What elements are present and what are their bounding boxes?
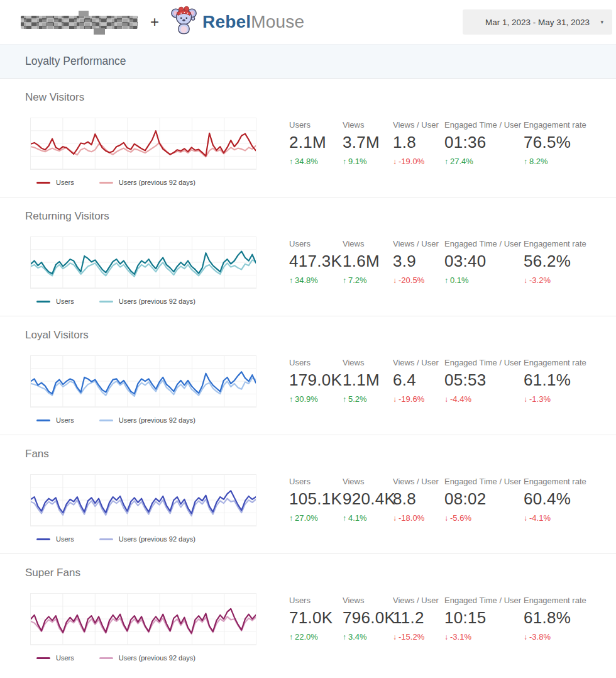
- metric-label: Users: [289, 120, 339, 130]
- users-previous-line-swatch-icon: [99, 182, 113, 184]
- metric-views: Views3.7M↑9.1%: [343, 120, 393, 166]
- legend-label: Users: [56, 654, 74, 662]
- metrics-row: Users2.1M↑34.8%Views3.7M↑9.1%Views / Use…: [289, 120, 615, 166]
- chart-legend: Users Users (previous 92 days): [36, 297, 256, 305]
- users-line-swatch-icon: [36, 301, 50, 303]
- legend-item-users: Users: [36, 179, 74, 186]
- plus-separator: +: [150, 13, 159, 31]
- legend-item-users: Users: [36, 535, 74, 543]
- metric-value: 01:36: [444, 133, 520, 152]
- metric-label: Views: [343, 477, 389, 486]
- metric-engaged-time-user: Engaged Time / User03:40↑0.1%: [444, 239, 524, 285]
- metric-label: Views: [343, 120, 389, 130]
- trend-down-icon: ↓: [524, 633, 527, 642]
- chart-column: Users Users (previous 92 days): [30, 236, 256, 305]
- metric-label: Engaged Time / User: [444, 596, 520, 605]
- users-previous-line-swatch-icon: [99, 657, 113, 659]
- metric-change: ↓-20.5%: [393, 275, 441, 285]
- metric-value: 11.2: [393, 608, 441, 628]
- trend-down-icon: ↓: [524, 514, 527, 523]
- metric-views-user: Views / User3.9↓-20.5%: [393, 239, 444, 285]
- metric-change: ↓-4.1%: [524, 513, 611, 523]
- section-fans: Fans Users Users (previous 92 days): [0, 435, 616, 554]
- chart-column: Users Users (previous 92 days): [30, 593, 256, 662]
- metrics-row: Users105.1K↑27.0%Views920.4K↑4.1%Views /…: [289, 477, 615, 523]
- chart-column: Users Users (previous 92 days): [30, 118, 256, 186]
- trend-up-icon: ↑: [343, 157, 346, 166]
- trend-down-icon: ↓: [393, 514, 397, 523]
- legend-label: Users (previous 92 days): [119, 297, 195, 305]
- metric-label: Views / User: [393, 596, 441, 605]
- legend-item-users-previous: Users (previous 92 days): [99, 416, 195, 424]
- metric-users: Users105.1K↑27.0%: [289, 477, 343, 523]
- metric-users: Users417.3K↑34.8%: [289, 239, 343, 285]
- metric-label: Engagement rate: [524, 120, 611, 130]
- rebelmouse-wordmark: RebelMouse: [202, 12, 304, 32]
- metric-value: 1.6M: [343, 252, 389, 271]
- metric-value: 6.4: [393, 370, 441, 390]
- metric-change: ↓-4.4%: [444, 394, 520, 404]
- trend-down-icon: ↓: [524, 276, 527, 285]
- users-previous-line-swatch-icon: [99, 301, 113, 303]
- metric-views-user: Views / User1.8↓-19.0%: [393, 120, 444, 166]
- metric-label: Engagement rate: [524, 477, 611, 486]
- trend-up-icon: ↑: [524, 157, 527, 166]
- metric-value: 03:40: [444, 252, 520, 271]
- metric-change: ↑34.8%: [289, 157, 339, 166]
- metric-label: Engaged Time / User: [444, 358, 520, 367]
- legend-label: Users: [56, 535, 74, 543]
- metric-value: 796.0K: [343, 608, 389, 628]
- trend-down-icon: ↓: [393, 633, 397, 642]
- metric-views-user: Views / User8.8↓-18.0%: [393, 477, 444, 523]
- trend-down-icon: ↓: [444, 633, 448, 642]
- metric-change: ↓-3.8%: [524, 632, 611, 642]
- users-previous-line-swatch-icon: [99, 420, 113, 421]
- metric-value: 61.8%: [524, 608, 611, 628]
- metric-engaged-time-user: Engaged Time / User05:53↓-4.4%: [444, 358, 524, 404]
- section-loyal-visitors: Loyal Visitors Users Users (previous 92 …: [0, 316, 616, 435]
- metric-engagement-rate: Engagement rate61.1%↓-1.3%: [524, 358, 615, 404]
- metric-value: 10:15: [444, 608, 520, 628]
- legend-item-users-previous: Users (previous 92 days): [99, 297, 195, 305]
- legend-item-users-previous: Users (previous 92 days): [99, 535, 195, 543]
- metric-users: Users179.0K↑30.9%: [289, 358, 343, 404]
- metric-label: Engagement rate: [524, 358, 611, 367]
- chart-legend: Users Users (previous 92 days): [36, 654, 256, 662]
- metric-value: 1.8: [393, 133, 441, 152]
- legend-label: Users: [56, 179, 74, 186]
- metric-value: 71.0K: [289, 608, 339, 628]
- metric-value: 105.1K: [289, 489, 339, 509]
- metric-users: Users71.0K↑22.0%: [289, 596, 343, 642]
- date-range-picker[interactable]: Mar 1, 2023 - May 31, 2023 ▾: [463, 9, 612, 35]
- metric-label: Views / User: [393, 358, 441, 367]
- metric-label: Views / User: [393, 239, 441, 248]
- trend-down-icon: ↓: [393, 395, 397, 404]
- metric-label: Engagement rate: [524, 596, 611, 605]
- metric-change: ↑30.9%: [289, 394, 339, 404]
- metrics-row: Users179.0K↑30.9%Views1.1M↑5.2%Views / U…: [289, 358, 615, 404]
- metric-engagement-rate: Engagement rate76.5%↑8.2%: [524, 120, 615, 166]
- users-trend-chart: [30, 474, 256, 526]
- trend-up-icon: ↑: [444, 157, 448, 166]
- wordmark-rebel: Rebel: [202, 12, 251, 31]
- metric-change: ↓-18.0%: [393, 513, 441, 523]
- users-line-swatch-icon: [36, 657, 50, 659]
- users-trend-chart: [30, 593, 256, 645]
- section-title: Returning Visitors: [25, 210, 597, 223]
- chart-legend: Users Users (previous 92 days): [36, 416, 256, 424]
- legend-label: Users (previous 92 days): [119, 179, 195, 186]
- users-trend-chart: [30, 355, 256, 408]
- trend-down-icon: ↓: [444, 395, 448, 404]
- metric-change: ↓-19.6%: [393, 394, 441, 404]
- legend-label: Users: [56, 416, 74, 424]
- metric-change: ↑0.1%: [444, 275, 520, 285]
- metric-change: ↓-15.2%: [393, 632, 441, 642]
- date-range-label: Mar 1, 2023 - May 31, 2023: [485, 18, 590, 27]
- metric-label: Engaged Time / User: [444, 120, 520, 130]
- section-returning-visitors: Returning Visitors Users Users (previous…: [0, 197, 616, 316]
- metric-change: ↑9.1%: [343, 157, 389, 166]
- metric-change: ↓-5.6%: [444, 513, 520, 523]
- metric-change: ↑22.0%: [289, 632, 339, 642]
- metric-label: Views / User: [393, 477, 441, 486]
- metric-value: 61.1%: [524, 370, 611, 390]
